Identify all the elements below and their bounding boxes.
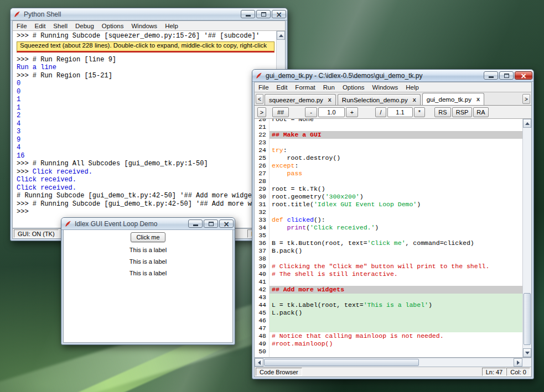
- demo-titlebar[interactable]: Idlex GUI Event Loop Demo: [61, 218, 235, 230]
- code-line-40: # The shell is still interactive.: [270, 270, 522, 278]
- editor-window: gui_demo_tk.py - C:\idlex-0.5\demos\gui_…: [252, 69, 534, 379]
- menu-item-options[interactable]: Options: [339, 82, 369, 92]
- demo-labels: This is a labelThis is a labelThis is a …: [64, 246, 232, 277]
- menu-item-windows[interactable]: Windows: [369, 82, 402, 92]
- line-number: 29: [255, 185, 269, 193]
- menu-item-file[interactable]: File: [13, 21, 31, 31]
- click-me-button[interactable]: Click me: [131, 232, 165, 242]
- shell-line: >>> # Run Region [line 9]: [17, 56, 276, 64]
- menu-item-help[interactable]: Help: [161, 21, 182, 31]
- window-title: Python Shell: [24, 11, 240, 18]
- tab-label: RunSelection_demo.py: [342, 97, 408, 103]
- editor-code-area[interactable]: root = None## Make a GUItry: root.destro…: [270, 119, 522, 357]
- scroll-down-button[interactable]: [523, 348, 531, 357]
- line-number: 46: [255, 317, 269, 325]
- toolbar-prev[interactable]: >: [257, 107, 266, 117]
- tk-demo-window: Idlex GUI Event Loop Demo Click me This …: [61, 217, 235, 345]
- tab-squeezer_demo-py[interactable]: squeezer_demo.pyX: [265, 94, 336, 105]
- toolbar-rs[interactable]: RS: [434, 107, 451, 117]
- code-line-44: L = tk.Label(root, text='This is a label…: [270, 301, 522, 309]
- tab-scroll-right-button[interactable]: >: [522, 94, 530, 104]
- toolbar-scale-x[interactable]: 1.0: [318, 107, 345, 117]
- code-browser-button[interactable]: Code Browser: [256, 368, 302, 376]
- shell-line: 9: [17, 136, 276, 144]
- minimize-button[interactable]: [241, 10, 255, 18]
- demo-label: This is a label: [64, 269, 232, 277]
- shell-menubar: FileEditShellDebugOptionsWindowsHelp: [12, 20, 286, 31]
- line-number: 42: [255, 286, 269, 294]
- shell-line: Click received.: [17, 176, 276, 184]
- editor-titlebar[interactable]: gui_demo_tk.py - C:\idlex-0.5\demos\gui_…: [252, 70, 533, 82]
- code-line-34: print('Click received.'): [270, 224, 522, 232]
- minimize-button[interactable]: [484, 71, 498, 80]
- close-icon: [223, 219, 230, 229]
- toolbar-mul[interactable]: *: [414, 107, 425, 117]
- minimize-button[interactable]: [188, 219, 203, 228]
- menu-item-format[interactable]: Format: [291, 82, 319, 92]
- menu-item-help[interactable]: Help: [402, 82, 423, 92]
- editor-vscrollbar[interactable]: [522, 119, 531, 357]
- line-number: 45: [255, 309, 269, 317]
- code-line-38: [270, 255, 522, 263]
- menu-item-shell[interactable]: Shell: [49, 21, 71, 31]
- tab-gui_demo_tk-py[interactable]: gui_demo_tk.pyX: [422, 93, 484, 105]
- line-number: 35: [255, 232, 269, 239]
- code-line-39: # Clicking the "Click me" button will pr…: [270, 263, 522, 270]
- minimize-icon: [193, 224, 198, 226]
- toolbar-subcode[interactable]: ##: [272, 107, 289, 117]
- menu-item-file[interactable]: File: [255, 82, 273, 92]
- toolbar-scale-y[interactable]: 1.1: [387, 107, 413, 117]
- scroll-left-button[interactable]: [255, 358, 263, 367]
- scroll-right-button[interactable]: [514, 358, 522, 367]
- tab-scroll-left-button[interactable]: <: [256, 94, 263, 104]
- tab-close-icon[interactable]: X: [476, 97, 480, 102]
- close-button[interactable]: [219, 219, 234, 228]
- scroll-up-button[interactable]: [523, 119, 531, 128]
- scroll-thumb[interactable]: [264, 359, 419, 366]
- shell-titlebar[interactable]: Python Shell: [11, 8, 287, 20]
- minimize-icon: [489, 76, 494, 78]
- tab-close-icon[interactable]: X: [413, 97, 416, 103]
- line-number: 23: [255, 139, 269, 147]
- line-number: 20: [255, 119, 269, 123]
- code-line-35: [270, 232, 522, 239]
- window-controls: [483, 71, 532, 80]
- code-line-22: ## Make a GUI: [270, 131, 522, 139]
- shell-text[interactable]: >>> # Running Subcode [squeezer_demo.py:…: [13, 31, 276, 228]
- scroll-up-button[interactable]: [277, 31, 285, 40]
- toolbar-plus[interactable]: +: [346, 107, 358, 117]
- line-number: 31: [255, 201, 269, 208]
- editor-hscrollbar[interactable]: [254, 358, 532, 367]
- menu-item-debug[interactable]: Debug: [71, 21, 98, 31]
- tk-feather-icon: [255, 72, 263, 80]
- toolbar-div[interactable]: /: [375, 107, 386, 117]
- close-button[interactable]: [272, 10, 286, 18]
- maximize-button[interactable]: [499, 71, 514, 80]
- toolbar-minus[interactable]: -: [305, 107, 317, 117]
- arrow-right-icon: [517, 360, 520, 365]
- tab-runselection_demo-py[interactable]: RunSelection_demo.pyX: [338, 94, 421, 105]
- menu-item-edit[interactable]: Edit: [273, 82, 292, 92]
- maximize-button[interactable]: [204, 219, 218, 228]
- maximize-button[interactable]: [256, 10, 271, 18]
- code-line-41: [270, 278, 522, 286]
- menu-item-edit[interactable]: Edit: [31, 21, 50, 31]
- arrow-down-icon: [525, 352, 530, 354]
- code-line-37: B.pack(): [270, 247, 522, 255]
- editor-code: root = None## Make a GUItry: root.destro…: [270, 119, 522, 356]
- python-shell-window: Python Shell FileEditShellDebugOptionsWi…: [10, 8, 288, 241]
- toolbar-rsp[interactable]: RSP: [452, 107, 472, 117]
- shell-line: >>> Click received.: [17, 168, 276, 176]
- tab-close-icon[interactable]: X: [328, 97, 331, 103]
- demo-label: This is a label: [64, 258, 232, 265]
- close-button[interactable]: [515, 71, 532, 80]
- line-number: 37: [255, 247, 269, 255]
- toolbar-ra[interactable]: RA: [473, 107, 489, 117]
- menu-item-options[interactable]: Options: [98, 21, 128, 31]
- scroll-thumb[interactable]: [524, 293, 531, 346]
- maximize-icon: [261, 12, 266, 17]
- menu-item-run[interactable]: Run: [319, 82, 339, 92]
- squeezed-text-button[interactable]: Squeezed text (about 228 lines). Double-…: [17, 41, 274, 53]
- menu-item-windows[interactable]: Windows: [127, 21, 161, 31]
- editor-tabrow: < squeezer_demo.pyXRunSelection_demo.pyX…: [254, 92, 532, 106]
